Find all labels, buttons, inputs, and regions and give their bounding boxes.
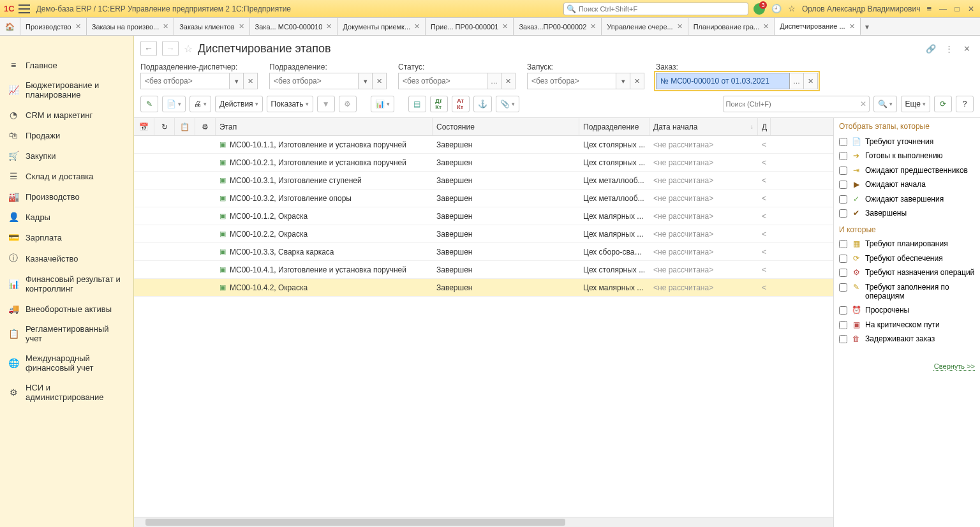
clear-icon[interactable]: ✕ xyxy=(630,73,644,89)
favorite-icon[interactable]: ☆ xyxy=(788,4,796,13)
horizontal-scrollbar[interactable] xyxy=(134,517,833,527)
filter-option[interactable]: ✓Ожидают завершения xyxy=(839,192,975,206)
user-name[interactable]: Орлов Александр Владимирович xyxy=(802,4,921,13)
close-icon[interactable]: ✕ xyxy=(590,22,596,31)
col-department[interactable]: Подразделение xyxy=(579,118,650,135)
filter-checkbox[interactable] xyxy=(839,195,847,204)
sidebar-item[interactable]: 📈Бюджетирование и планирование xyxy=(0,75,133,105)
filter-checkbox[interactable] xyxy=(839,321,847,329)
close-icon[interactable]: ✕ xyxy=(763,22,769,31)
tab[interactable]: Управление очере...✕ xyxy=(602,18,688,35)
filter-checkbox[interactable] xyxy=(839,269,847,277)
sidebar-item[interactable]: ≡Главное xyxy=(0,55,133,75)
filter-button[interactable]: ▼ xyxy=(317,96,335,112)
favorite-star-icon[interactable]: ☆ xyxy=(184,43,193,55)
filter-option[interactable]: 🗑Задерживают заказ xyxy=(839,332,975,346)
filter-checkbox[interactable] xyxy=(839,306,847,315)
col-gear-icon[interactable]: ⚙ xyxy=(195,118,216,135)
col-stage[interactable]: Этап xyxy=(216,118,433,135)
report-button[interactable]: 📊▾ xyxy=(371,96,394,112)
filter-dispatcher-input[interactable] xyxy=(140,73,230,89)
close-icon[interactable]: ✕ xyxy=(75,22,81,31)
dropdown-icon[interactable]: ▾ xyxy=(359,73,373,89)
col-status-icon[interactable]: ↻ xyxy=(154,118,175,135)
filter-option[interactable]: ▣На критическом пути xyxy=(839,318,975,332)
close-icon[interactable]: ✕ xyxy=(326,22,332,31)
maximize-button[interactable]: □ xyxy=(952,4,962,13)
filter-checkbox[interactable] xyxy=(839,209,847,218)
filter-option[interactable]: ➔Готовы к выполнению xyxy=(839,149,975,163)
share-button[interactable]: ⚓ xyxy=(473,96,492,112)
col-state[interactable]: Состояние xyxy=(433,118,579,135)
tab[interactable]: Заказ...ПР00-000002✕ xyxy=(514,18,602,35)
table-row[interactable]: ▣МС00-10.1.1, Изготовление и установка п… xyxy=(134,136,833,154)
filter-option[interactable]: ✔Завершены xyxy=(839,206,975,220)
table-row[interactable]: ▣МС00-10.2.1, Изготовление и установка п… xyxy=(134,154,833,172)
col-calendar-icon[interactable]: 📅 xyxy=(134,118,154,135)
filter-checkbox[interactable] xyxy=(839,181,847,189)
filter-option[interactable]: ⏰Просрочены xyxy=(839,303,975,317)
filter-checkbox[interactable] xyxy=(839,335,847,343)
tab[interactable]: Заказы клиентов✕ xyxy=(174,18,249,35)
filter-option[interactable]: ✎Требуют заполнения по операциям xyxy=(839,280,975,304)
table-row[interactable]: ▣МС00-10.4.1, Изготовление и установка п… xyxy=(134,261,833,279)
table-row[interactable]: ▣МС00-10.2.2, ОкраскаЗавершенЦех малярны… xyxy=(134,225,833,243)
notifications-badge[interactable] xyxy=(754,3,765,15)
clear-icon[interactable]: ✕ xyxy=(244,73,258,89)
sidebar-item[interactable]: ☰Склад и доставка xyxy=(0,166,133,186)
sidebar-item[interactable]: 🚚Внеоборотные активы xyxy=(0,299,133,319)
close-window-button[interactable]: ✕ xyxy=(966,4,976,13)
home-tab[interactable]: 🏠 xyxy=(0,18,20,35)
find-button[interactable]: 🔍▾ xyxy=(873,96,897,112)
table-row[interactable]: ▣МС00-10.3.2, Изготовление опорыЗавершен… xyxy=(134,189,833,207)
link-icon[interactable]: 🔗 xyxy=(924,41,938,56)
minimize-button[interactable]: — xyxy=(938,4,948,13)
kebab-menu-icon[interactable]: ⋮ xyxy=(942,41,956,56)
close-page-button[interactable]: ✕ xyxy=(960,41,974,56)
clear-icon[interactable]: ✕ xyxy=(373,73,387,89)
tab[interactable]: Прие... ПР00-000001✕ xyxy=(426,18,514,35)
nav-forward-button[interactable]: → xyxy=(162,41,179,56)
tab[interactable]: Зака... МС00-000010✕ xyxy=(250,18,338,35)
main-menu-icon[interactable] xyxy=(19,4,30,13)
filter-option[interactable]: 📄Требуют уточнения xyxy=(839,135,975,149)
global-search-input[interactable] xyxy=(579,5,745,13)
filter-checkbox[interactable] xyxy=(839,152,847,160)
table-row[interactable]: ▣МС00-10.4.2, ОкраскаЗавершенЦех малярны… xyxy=(134,279,833,297)
dtcr-button[interactable]: ДтКт xyxy=(430,96,448,112)
filter-status-input[interactable] xyxy=(398,73,487,89)
toolbar-search[interactable]: ✕ xyxy=(723,96,870,112)
filter-option[interactable]: ⇥Ожидают предшественников xyxy=(839,163,975,177)
collapse-link[interactable]: Свернуть >> xyxy=(934,362,975,370)
clear-search-icon[interactable]: ✕ xyxy=(860,100,866,108)
list-button[interactable]: ▤ xyxy=(408,96,426,112)
history-icon[interactable]: 🕘 xyxy=(771,4,782,13)
select-icon[interactable]: … xyxy=(790,73,804,89)
filter-option[interactable]: ▶Ожидают начала xyxy=(839,177,975,191)
filter-checkbox[interactable] xyxy=(839,138,847,146)
sidebar-item[interactable]: 💳Зарплата xyxy=(0,227,133,248)
global-search[interactable]: 🔍 xyxy=(563,3,748,15)
close-icon[interactable]: ✕ xyxy=(502,22,508,31)
select-icon[interactable]: … xyxy=(487,73,501,89)
sidebar-item[interactable]: 🏭Производство xyxy=(0,186,133,207)
sidebar-item[interactable]: 🛒Закупки xyxy=(0,145,133,166)
dropdown-icon[interactable]: ▾ xyxy=(230,73,244,89)
filter-checkbox[interactable] xyxy=(839,240,847,248)
more-button[interactable]: Еще▾ xyxy=(901,96,930,112)
filter-option[interactable]: ▦Требуют планирования xyxy=(839,237,975,251)
filter-option[interactable]: ⚙Требуют назначения операций xyxy=(839,265,975,279)
settings-button[interactable]: ⚙ xyxy=(339,96,357,112)
user-menu-icon[interactable]: ≡ xyxy=(926,4,932,13)
tab[interactable]: Документы приемк...✕ xyxy=(338,18,426,35)
tab[interactable]: Производство✕ xyxy=(20,18,87,35)
close-icon[interactable]: ✕ xyxy=(239,22,244,31)
atкt-button[interactable]: АтКт xyxy=(452,96,470,112)
dropdown-icon[interactable]: ▾ xyxy=(616,73,630,89)
help-button[interactable]: ? xyxy=(956,96,974,112)
show-button[interactable]: Показать▾ xyxy=(267,96,313,112)
actions-button[interactable]: Действия▾ xyxy=(215,96,263,112)
refresh-button[interactable]: ⟳ xyxy=(934,96,952,112)
table-row[interactable]: ▣МС00-10.3.3, Сварка каркасаЗавершенЦех … xyxy=(134,243,833,261)
sidebar-item[interactable]: 👤Кадры xyxy=(0,207,133,227)
